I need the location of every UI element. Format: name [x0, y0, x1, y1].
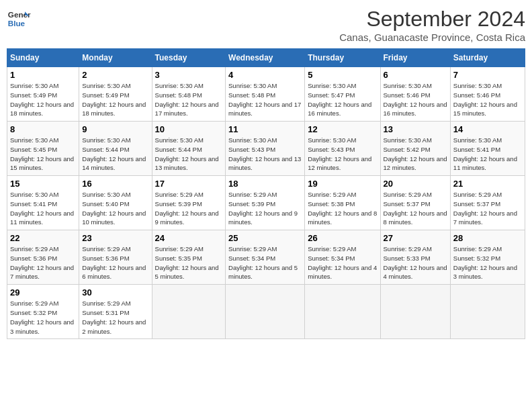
day-info: Sunrise: 5:29 AM Sunset: 5:36 PM Dayligh…	[82, 244, 148, 281]
day-info: Sunrise: 5:30 AM Sunset: 5:43 PM Dayligh…	[228, 136, 302, 173]
week-row-4: 22 Sunrise: 5:29 AM Sunset: 5:36 PM Dayl…	[7, 230, 525, 285]
day-info: Sunrise: 5:30 AM Sunset: 5:43 PM Dayligh…	[308, 136, 377, 173]
calendar-cell	[380, 285, 450, 339]
col-tuesday: Tuesday	[152, 49, 225, 67]
day-number: 15	[10, 179, 76, 189]
calendar-cell: 30 Sunrise: 5:29 AM Sunset: 5:31 PM Dayl…	[79, 285, 152, 339]
day-number: 21	[453, 179, 522, 189]
calendar-cell: 9 Sunrise: 5:30 AM Sunset: 5:44 PM Dayli…	[79, 122, 152, 176]
day-info: Sunrise: 5:29 AM Sunset: 5:31 PM Dayligh…	[82, 299, 148, 336]
calendar-cell: 18 Sunrise: 5:29 AM Sunset: 5:39 PM Dayl…	[226, 176, 305, 230]
calendar-cell: 12 Sunrise: 5:30 AM Sunset: 5:43 PM Dayl…	[305, 122, 380, 176]
calendar-cell: 3 Sunrise: 5:30 AM Sunset: 5:48 PM Dayli…	[152, 67, 225, 122]
day-info: Sunrise: 5:30 AM Sunset: 5:45 PM Dayligh…	[10, 136, 76, 173]
svg-text:Blue: Blue	[8, 19, 26, 28]
day-number: 29	[10, 287, 76, 298]
col-sunday: Sunday	[7, 49, 79, 67]
day-info: Sunrise: 5:30 AM Sunset: 5:44 PM Dayligh…	[82, 136, 148, 173]
day-number: 10	[155, 124, 222, 134]
day-info: Sunrise: 5:29 AM Sunset: 5:33 PM Dayligh…	[384, 244, 447, 281]
day-info: Sunrise: 5:30 AM Sunset: 5:40 PM Dayligh…	[82, 190, 148, 227]
col-monday: Monday	[79, 49, 152, 67]
day-info: Sunrise: 5:30 AM Sunset: 5:48 PM Dayligh…	[228, 81, 302, 118]
calendar-cell: 6 Sunrise: 5:30 AM Sunset: 5:46 PM Dayli…	[380, 67, 450, 122]
col-thursday: Thursday	[305, 49, 380, 67]
day-number: 2	[82, 70, 148, 80]
day-number: 22	[10, 233, 76, 243]
day-number: 12	[308, 124, 377, 134]
logo-icon: General Blue	[7, 7, 31, 31]
calendar-cell: 24 Sunrise: 5:29 AM Sunset: 5:35 PM Dayl…	[152, 230, 225, 285]
calendar-cell: 14 Sunrise: 5:30 AM Sunset: 5:41 PM Dayl…	[450, 122, 525, 176]
title-block: September 2024 Canas, Guanacaste Provinc…	[339, 7, 525, 43]
week-row-2: 8 Sunrise: 5:30 AM Sunset: 5:45 PM Dayli…	[7, 122, 525, 176]
calendar-cell: 22 Sunrise: 5:29 AM Sunset: 5:36 PM Dayl…	[7, 230, 79, 285]
calendar-cell: 16 Sunrise: 5:30 AM Sunset: 5:40 PM Dayl…	[79, 176, 152, 230]
day-number: 11	[228, 124, 302, 134]
day-info: Sunrise: 5:29 AM Sunset: 5:32 PM Dayligh…	[453, 244, 522, 281]
calendar-cell: 13 Sunrise: 5:30 AM Sunset: 5:42 PM Dayl…	[380, 122, 450, 176]
day-info: Sunrise: 5:30 AM Sunset: 5:44 PM Dayligh…	[155, 136, 222, 173]
day-info: Sunrise: 5:30 AM Sunset: 5:41 PM Dayligh…	[10, 190, 76, 227]
calendar-cell: 21 Sunrise: 5:29 AM Sunset: 5:37 PM Dayl…	[450, 176, 525, 230]
calendar-table: Sunday Monday Tuesday Wednesday Thursday…	[7, 48, 525, 339]
calendar-cell: 2 Sunrise: 5:30 AM Sunset: 5:49 PM Dayli…	[79, 67, 152, 122]
day-number: 19	[308, 179, 377, 189]
calendar-cell: 17 Sunrise: 5:29 AM Sunset: 5:39 PM Dayl…	[152, 176, 225, 230]
calendar-cell: 7 Sunrise: 5:30 AM Sunset: 5:46 PM Dayli…	[450, 67, 525, 122]
day-number: 25	[228, 233, 302, 243]
calendar-cell	[450, 285, 525, 339]
day-info: Sunrise: 5:29 AM Sunset: 5:37 PM Dayligh…	[453, 190, 522, 227]
day-number: 28	[453, 233, 522, 243]
day-number: 24	[155, 233, 222, 243]
day-info: Sunrise: 5:30 AM Sunset: 5:46 PM Dayligh…	[384, 81, 447, 118]
day-info: Sunrise: 5:30 AM Sunset: 5:47 PM Dayligh…	[308, 81, 377, 118]
calendar-cell: 29 Sunrise: 5:29 AM Sunset: 5:32 PM Dayl…	[7, 285, 79, 339]
day-info: Sunrise: 5:30 AM Sunset: 5:49 PM Dayligh…	[82, 81, 148, 118]
day-number: 17	[155, 179, 222, 189]
day-info: Sunrise: 5:29 AM Sunset: 5:32 PM Dayligh…	[10, 299, 76, 336]
day-number: 9	[82, 124, 148, 134]
page-title: September 2024	[339, 7, 525, 32]
calendar-cell: 26 Sunrise: 5:29 AM Sunset: 5:34 PM Dayl…	[305, 230, 380, 285]
calendar-cell	[226, 285, 305, 339]
day-info: Sunrise: 5:29 AM Sunset: 5:35 PM Dayligh…	[155, 244, 222, 281]
day-info: Sunrise: 5:29 AM Sunset: 5:34 PM Dayligh…	[228, 244, 302, 281]
day-info: Sunrise: 5:30 AM Sunset: 5:46 PM Dayligh…	[453, 81, 522, 118]
day-info: Sunrise: 5:30 AM Sunset: 5:49 PM Dayligh…	[10, 81, 76, 118]
calendar-cell: 20 Sunrise: 5:29 AM Sunset: 5:37 PM Dayl…	[380, 176, 450, 230]
page-subtitle: Canas, Guanacaste Province, Costa Rica	[339, 32, 525, 43]
day-info: Sunrise: 5:29 AM Sunset: 5:39 PM Dayligh…	[155, 190, 222, 227]
calendar-cell	[305, 285, 380, 339]
day-info: Sunrise: 5:30 AM Sunset: 5:41 PM Dayligh…	[453, 136, 522, 173]
day-number: 6	[384, 70, 447, 80]
day-number: 14	[453, 124, 522, 134]
day-info: Sunrise: 5:29 AM Sunset: 5:38 PM Dayligh…	[308, 190, 377, 227]
calendar-cell: 1 Sunrise: 5:30 AM Sunset: 5:49 PM Dayli…	[7, 67, 79, 122]
week-row-3: 15 Sunrise: 5:30 AM Sunset: 5:41 PM Dayl…	[7, 176, 525, 230]
calendar-header-row: Sunday Monday Tuesday Wednesday Thursday…	[7, 49, 525, 67]
calendar-cell: 5 Sunrise: 5:30 AM Sunset: 5:47 PM Dayli…	[305, 67, 380, 122]
day-number: 5	[308, 70, 377, 80]
day-info: Sunrise: 5:30 AM Sunset: 5:42 PM Dayligh…	[384, 136, 447, 173]
calendar-cell: 23 Sunrise: 5:29 AM Sunset: 5:36 PM Dayl…	[79, 230, 152, 285]
col-saturday: Saturday	[450, 49, 525, 67]
logo: General Blue	[7, 7, 31, 31]
calendar-cell: 10 Sunrise: 5:30 AM Sunset: 5:44 PM Dayl…	[152, 122, 225, 176]
day-number: 8	[10, 124, 76, 134]
day-number: 7	[453, 70, 522, 80]
day-number: 13	[384, 124, 447, 134]
day-number: 26	[308, 233, 377, 243]
col-friday: Friday	[380, 49, 450, 67]
page-header: General Blue September 2024 Canas, Guana…	[7, 7, 525, 43]
col-wednesday: Wednesday	[226, 49, 305, 67]
calendar-cell: 11 Sunrise: 5:30 AM Sunset: 5:43 PM Dayl…	[226, 122, 305, 176]
day-info: Sunrise: 5:29 AM Sunset: 5:37 PM Dayligh…	[384, 190, 447, 227]
calendar-cell: 19 Sunrise: 5:29 AM Sunset: 5:38 PM Dayl…	[305, 176, 380, 230]
calendar-cell: 28 Sunrise: 5:29 AM Sunset: 5:32 PM Dayl…	[450, 230, 525, 285]
day-info: Sunrise: 5:30 AM Sunset: 5:48 PM Dayligh…	[155, 81, 222, 118]
week-row-1: 1 Sunrise: 5:30 AM Sunset: 5:49 PM Dayli…	[7, 67, 525, 122]
day-number: 20	[384, 179, 447, 189]
day-number: 1	[10, 70, 76, 80]
day-number: 27	[384, 233, 447, 243]
